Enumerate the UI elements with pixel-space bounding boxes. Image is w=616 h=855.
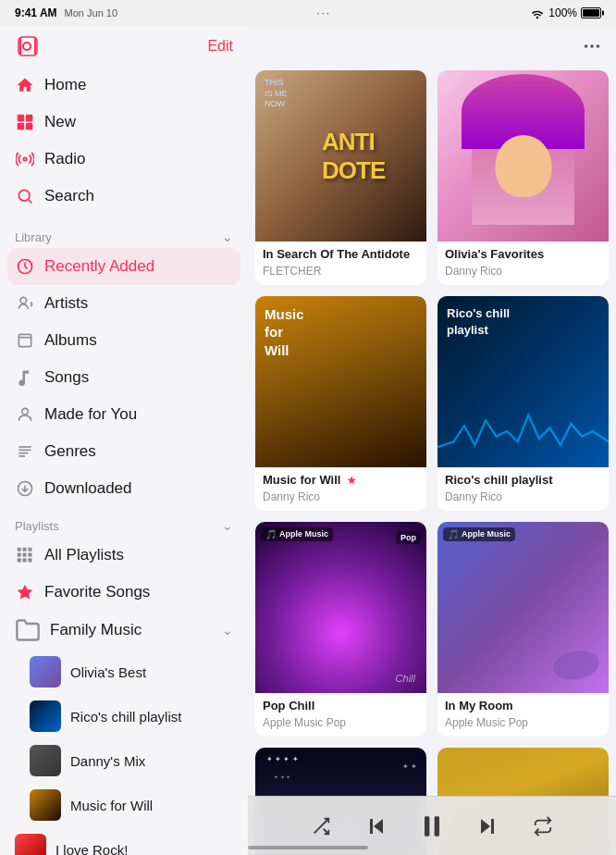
svg-rect-37: [491, 819, 494, 834]
downloaded-icon: [15, 478, 35, 499]
svg-point-8: [20, 297, 27, 304]
star-badge-musicwill: ★: [347, 475, 356, 486]
sidebar-item-search[interactable]: Search: [0, 178, 248, 215]
sidebar-item-ricos-chill[interactable]: Rico's chill playlist: [0, 694, 248, 738]
status-bar: 9:41 AM Mon Jun 10 ··· 100%: [0, 0, 616, 26]
album-card-ricos-chill[interactable]: Rico's chillplaylist Rico's chill playli…: [437, 296, 609, 511]
playlists-chevron-icon[interactable]: ⌄: [222, 518, 233, 533]
family-music-chevron-icon[interactable]: ⌄: [222, 623, 233, 638]
library-section-header: Library ⌄: [0, 218, 248, 248]
svg-point-6: [18, 190, 30, 201]
family-music-label: Family Music: [50, 621, 142, 639]
artists-icon: [15, 293, 35, 314]
shuffle-button[interactable]: [304, 810, 338, 843]
svg-rect-35: [435, 816, 439, 836]
ricos-chill-thumb: [30, 700, 61, 732]
album-art-in-my-room: 🎵 Apple Music: [437, 522, 609, 693]
sidebar-item-downloaded[interactable]: Downloaded: [0, 470, 248, 507]
album-art-pop-chill: 🎵 Apple Music Chill Pop: [255, 522, 426, 693]
i-love-rock-thumb: [15, 834, 46, 855]
family-folder-icon: [15, 617, 41, 643]
svg-rect-1: [18, 115, 25, 122]
svg-rect-24: [23, 558, 27, 562]
sidebar-item-albums[interactable]: Albums: [0, 322, 248, 359]
album-artist-in-my-room: Apple Music Pop: [445, 716, 601, 729]
main-header: [248, 26, 616, 67]
sidebar: Edit Home New: [0, 26, 248, 855]
new-icon: [15, 112, 35, 132]
artists-label: Artists: [44, 294, 88, 313]
album-info-in-my-room: In My Room Apple Music Pop: [437, 693, 609, 737]
apple-music-badge-in-my-room: 🎵 Apple Music: [443, 527, 515, 541]
repeat-button[interactable]: [526, 810, 560, 843]
album-card-music-for-will[interactable]: MusicforWill Music for Will ★ Danny Rico: [255, 296, 426, 511]
sidebar-item-all-playlists[interactable]: All Playlists: [0, 537, 248, 574]
music-for-will-label: Music for Will: [70, 798, 153, 813]
album-artist-ricos-chill: Danny Rico: [445, 490, 601, 503]
sidebar-item-favorite-songs[interactable]: Favorite Songs: [0, 574, 248, 611]
sidebar-item-olivias-best[interactable]: Olivia's Best: [0, 650, 248, 694]
apple-music-logo: [15, 33, 41, 59]
i-love-rock-label: I love Rock!: [55, 842, 128, 856]
sidebar-item-artists[interactable]: Artists: [0, 285, 248, 322]
nav-items: Home New: [0, 63, 248, 218]
sidebar-item-home[interactable]: Home: [0, 67, 248, 104]
home-icon: [15, 75, 35, 95]
svg-rect-9: [18, 334, 31, 346]
status-dots: ···: [316, 6, 331, 19]
album-art-ricos-chill: Rico's chillplaylist: [437, 296, 609, 467]
svg-rect-4: [26, 123, 33, 130]
recently-added-icon: [15, 256, 35, 277]
album-artist-music-for-will: Danny Rico: [263, 490, 419, 503]
sidebar-item-radio[interactable]: Radio: [0, 141, 248, 178]
sidebar-item-dannys-mix[interactable]: Danny's Mix: [0, 738, 248, 783]
home-label: Home: [44, 76, 86, 94]
search-icon: [15, 186, 35, 206]
album-art-music-for-will: MusicforWill: [255, 296, 426, 467]
svg-rect-33: [370, 819, 373, 834]
svg-point-28: [590, 44, 594, 48]
songs-label: Songs: [44, 368, 89, 387]
svg-point-29: [597, 44, 600, 48]
sidebar-item-made-for-you[interactable]: Made for You: [0, 396, 248, 433]
apple-music-badge-pop-chill: 🎵 Apple Music: [261, 527, 333, 541]
play-pause-button[interactable]: [415, 810, 449, 843]
sidebar-item-new[interactable]: New: [0, 104, 248, 141]
album-card-antidote[interactable]: THISIS MENOW ANTIDOTE In Search Of The A…: [255, 70, 426, 285]
sidebar-item-i-love-rock[interactable]: I love Rock!: [0, 827, 248, 855]
edit-button[interactable]: Edit: [207, 38, 233, 55]
previous-button[interactable]: [360, 810, 393, 843]
svg-marker-26: [18, 585, 33, 600]
album-title-ricos-chill: Rico's chill playlist: [445, 473, 601, 489]
status-date: Mon Jun 10: [65, 7, 117, 19]
svg-rect-20: [18, 553, 21, 557]
next-button[interactable]: [471, 810, 504, 843]
radio-icon: [15, 149, 35, 169]
olivias-best-thumb: [30, 656, 61, 688]
sidebar-item-recently-added[interactable]: Recently Added: [7, 248, 240, 285]
sidebar-item-genres[interactable]: Genres: [0, 433, 248, 470]
all-playlists-icon: [15, 545, 35, 565]
album-info-ricos-chill: Rico's chill playlist Danny Rico: [437, 467, 609, 511]
svg-rect-3: [18, 123, 25, 130]
album-card-olivias-favorites[interactable]: Olivia's Favorites Danny Rico: [437, 70, 609, 285]
dannys-mix-thumb: [30, 745, 61, 776]
album-title-pop-chill: Pop Chill: [263, 699, 419, 714]
sidebar-item-songs[interactable]: Songs: [0, 359, 248, 396]
album-card-pop-chill[interactable]: 🎵 Apple Music Chill Pop Pop Chill Apple …: [255, 522, 426, 737]
album-info-pop-chill: Pop Chill Apple Music Pop: [255, 693, 426, 737]
made-for-you-label: Made for You: [44, 405, 137, 424]
family-music-left: Family Music: [15, 617, 142, 643]
album-card-in-my-room[interactable]: 🎵 Apple Music In My Room Apple Music Pop: [437, 522, 609, 737]
music-logo-icon: [17, 35, 39, 57]
radio-label: Radio: [44, 150, 85, 168]
genres-icon: [15, 441, 35, 462]
svg-point-27: [585, 44, 588, 48]
sidebar-item-family-music[interactable]: Family Music ⌄: [0, 611, 248, 650]
library-chevron-icon[interactable]: ⌄: [222, 229, 233, 244]
favorite-songs-icon: [15, 582, 35, 602]
sidebar-item-music-for-will[interactable]: Music for Will: [0, 783, 248, 827]
album-title-antidote: In Search Of The Antidote: [263, 247, 419, 263]
library-title: Library: [15, 230, 52, 244]
more-button[interactable]: [579, 33, 605, 59]
